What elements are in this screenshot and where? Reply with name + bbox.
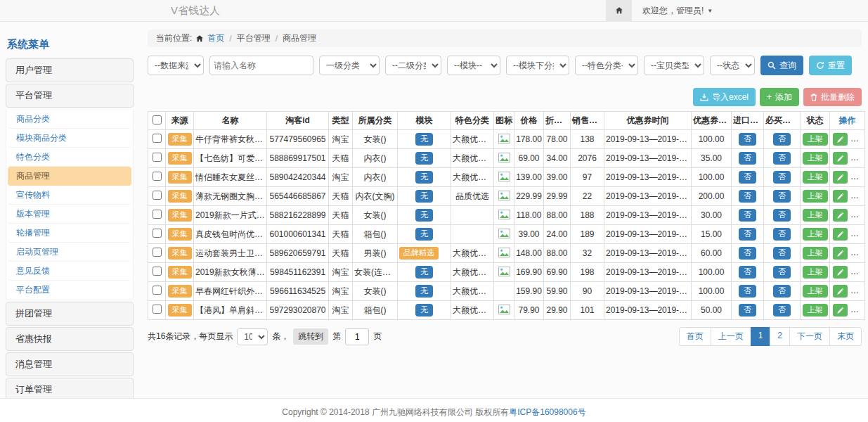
import-select-toggle[interactable]: 否 [739,209,756,221]
add-button[interactable]: + 添加 [760,88,799,106]
sidebar-subitem-promo-material[interactable]: 宣传物料 [8,186,131,205]
must-buy-toggle[interactable]: 否 [773,171,791,183]
filter-feature[interactable]: --特色分类-- [575,56,638,75]
filter-module-sub[interactable]: --模块下分类-- [506,56,569,75]
must-buy-toggle[interactable]: 否 [773,285,791,297]
sidebar-item-groupon[interactable]: 拼团管理 [6,302,134,326]
import-excel-button[interactable]: 导入excel [693,88,756,106]
reset-button[interactable]: 重置 [809,56,852,75]
status-badge[interactable]: 上架 [803,228,828,240]
status-badge[interactable]: 上架 [803,209,828,221]
filter-status[interactable]: --状态-- [710,56,755,75]
edit-button[interactable] [833,209,848,222]
breadcrumb: 当前位置: 首页 / 平台管理 / 商品管理 [148,30,862,47]
edit-button[interactable] [833,266,848,279]
status-badge[interactable]: 上架 [803,190,828,202]
user-menu[interactable]: 欢迎您，管理员! ▼ [642,0,713,21]
row-checkbox[interactable] [153,229,162,238]
sidebar-item-message[interactable]: 消息管理 [6,352,134,376]
pager-item[interactable]: 首页 [679,327,711,346]
sidebar-subitem-carousel[interactable]: 轮播管理 [8,224,131,243]
import-select-toggle[interactable]: 否 [739,152,756,164]
sidebar-subitem-feature-category[interactable]: 特色分类 [8,148,131,167]
import-select-toggle[interactable]: 否 [739,133,756,145]
row-checkbox[interactable] [153,153,162,162]
import-select-toggle[interactable]: 否 [739,266,756,278]
sidebar-subitem-platform-config[interactable]: 平台配置 [8,281,131,299]
breadcrumb-home-link[interactable]: 首页 [207,32,224,44]
must-buy-toggle[interactable]: 否 [773,209,791,221]
must-buy-toggle[interactable]: 否 [773,190,791,202]
row-checkbox[interactable] [153,210,162,219]
must-buy-toggle[interactable]: 否 [773,228,791,240]
edit-button[interactable] [833,228,848,241]
add-button-label: 添加 [775,91,792,103]
sidebar-subitem-goods-manage[interactable]: 商品管理 [8,167,131,186]
pager-item[interactable]: 1 [751,327,771,346]
per-page-select[interactable]: 10 [237,328,268,345]
row-checkbox[interactable] [153,134,162,143]
sidebar-item-users[interactable]: 用户管理 [6,58,134,82]
row-checkbox[interactable] [153,286,162,295]
filter-cat2[interactable]: --二级分类-- [385,56,441,75]
product-name: 2019新款一片式系... [194,206,267,225]
row-checkbox[interactable] [153,172,162,181]
must-buy-toggle[interactable]: 否 [773,152,791,164]
sidebar-subitem-splash[interactable]: 启动页管理 [8,243,131,262]
sidebar-subitem-feedback[interactable]: 意见反馈 [8,262,131,281]
filter-item-type[interactable]: --宝贝类型-- [644,56,704,75]
sidebar-subitem-module-goods-category[interactable]: 模块商品分类 [8,129,131,148]
thumb-cell [494,187,514,206]
row-checkbox[interactable] [153,267,162,276]
edit-button[interactable] [833,190,848,203]
pager-item[interactable]: 末页 [829,327,862,346]
sidebar-item-platform[interactable]: 平台管理 [6,84,134,108]
edit-button[interactable] [833,171,848,184]
module-badge: 无 [415,209,433,221]
must-buy-toggle[interactable]: 否 [773,304,791,316]
edit-button[interactable] [833,247,848,260]
pager-item[interactable]: 2 [770,327,790,346]
edit-button[interactable] [833,285,848,298]
filter-name-input[interactable] [209,56,313,75]
must-buy-toggle[interactable]: 否 [773,133,791,145]
must-buy-toggle[interactable]: 否 [773,247,791,259]
pager-item[interactable]: 上一页 [711,327,751,346]
must-buy-toggle[interactable]: 否 [773,266,791,278]
sidebar-item-express[interactable]: 省惠快报 [6,327,134,351]
import-select-toggle[interactable]: 否 [739,228,756,240]
status-badge[interactable]: 上架 [803,285,828,297]
edit-button[interactable] [833,133,848,146]
row-checkbox[interactable] [153,191,162,200]
select-all-checkbox[interactable] [153,115,162,124]
import-select-toggle[interactable]: 否 [739,304,756,316]
row-checkbox[interactable] [153,305,162,314]
status-badge[interactable]: 上架 [803,152,828,164]
status-badge[interactable]: 上架 [803,171,828,183]
filter-cat1[interactable]: 一级分类 [319,56,380,75]
import-select-toggle[interactable]: 否 [739,247,756,259]
jump-button[interactable]: 跳转到 [293,328,328,345]
home-button[interactable] [606,0,632,21]
search-button[interactable]: 查询 [760,56,803,75]
status-badge[interactable]: 上架 [803,247,828,259]
edit-button[interactable] [833,152,848,165]
status-badge[interactable]: 上架 [803,266,828,278]
page-number-input[interactable] [345,328,369,345]
import-select-toggle[interactable]: 否 [739,190,756,202]
pager-item[interactable]: 下一页 [789,327,830,346]
sidebar-submenu: 商品分类模块商品分类特色分类商品管理宣传物料版本管理轮播管理启动页管理意见反馈平… [6,109,134,300]
status-badge[interactable]: 上架 [803,304,828,316]
sidebar-subitem-version[interactable]: 版本管理 [8,205,131,224]
import-select-toggle[interactable]: 否 [739,171,756,183]
row-checkbox[interactable] [153,248,162,257]
filter-module[interactable]: --模块-- [447,56,500,75]
batch-delete-button[interactable]: 批量删除 [803,88,862,106]
sidebar-subitem-goods-category[interactable]: 商品分类 [8,110,131,129]
filter-data-source[interactable]: --数据来源-- [148,56,204,75]
discount-price: 24.00 [544,225,571,244]
edit-button[interactable] [833,304,848,316]
import-select-toggle[interactable]: 否 [739,285,756,297]
status-badge[interactable]: 上架 [803,133,828,145]
icp-link[interactable]: 粤ICP备16098006号 [509,407,585,418]
